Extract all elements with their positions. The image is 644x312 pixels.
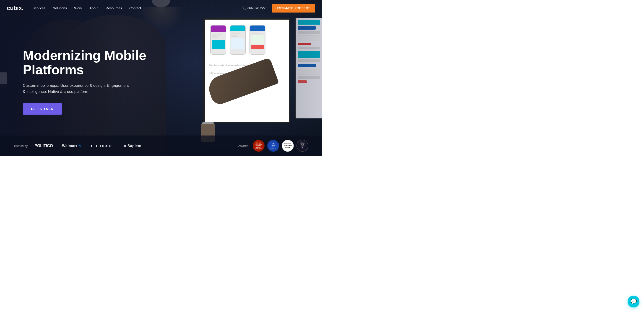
hero-subtitle: Custom mobile apps. User experience & de… [23, 82, 132, 95]
phone-nav[interactable]: 📞 866-978-2220 [242, 6, 267, 10]
nav-work[interactable]: Work [74, 6, 82, 10]
brand-logos: POLITICO Walmart ✳ T+T TISSOT ◈ Sapient [34, 144, 238, 148]
navbar: cubix. Services Solutions Work About Res… [0, 0, 322, 16]
nav-right: 📞 866-978-2220 ESTIMATE PROJECT [242, 4, 315, 12]
award-mobile-badge: MOBILE APP DAILY ★ [296, 140, 308, 152]
awards-section: Awards TOP APP DEVELOPMENT COMPANY appfu… [238, 140, 308, 152]
brand-politico: POLITICO [34, 144, 53, 148]
lets-talk-button[interactable]: LET'S TALK [23, 103, 62, 115]
nav-about[interactable]: About [90, 6, 98, 10]
hero-section: Place data, terms here. Copy text goes h… [0, 0, 322, 156]
nav-links: Services Solutions Work About Resources … [32, 6, 242, 10]
brand-walmart: Walmart ✳ [62, 144, 81, 148]
estimate-project-button[interactable]: ESTIMATE PROJECT [272, 4, 315, 12]
brand-sapient: ◈ Sapient [124, 144, 142, 148]
nav-services[interactable]: Services [32, 6, 46, 10]
nav-contact[interactable]: Contact [129, 6, 141, 10]
awards-label: Awards [238, 144, 248, 148]
award-goodfirms-badge: G Good firms DEVELOPER [267, 140, 279, 152]
brand-tissot: T+T TISSOT [90, 144, 114, 148]
trusted-label: Trusted by [14, 144, 28, 148]
bottom-bar: Trusted by POLITICO Walmart ✳ T+T TISSOT… [0, 136, 322, 156]
slide-prev-arrow[interactable]: ← [0, 72, 7, 84]
phone-number: 866-978-2220 [248, 6, 267, 10]
hero-content: Modernizing Mobile Platforms Custom mobi… [23, 48, 146, 115]
phone-icon: 📞 [242, 6, 246, 10]
nav-resources[interactable]: Resources [106, 6, 122, 10]
hero-title: Modernizing Mobile Platforms [23, 48, 146, 77]
award-clutch-badge: MOBILE APP DEVELOPERS Clutch [282, 140, 294, 152]
logo[interactable]: cubix. [7, 4, 23, 12]
nav-solutions[interactable]: Solutions [53, 6, 67, 10]
award-appfutura-badge: TOP APP DEVELOPMENT COMPANY appfutura UN… [253, 140, 264, 152]
